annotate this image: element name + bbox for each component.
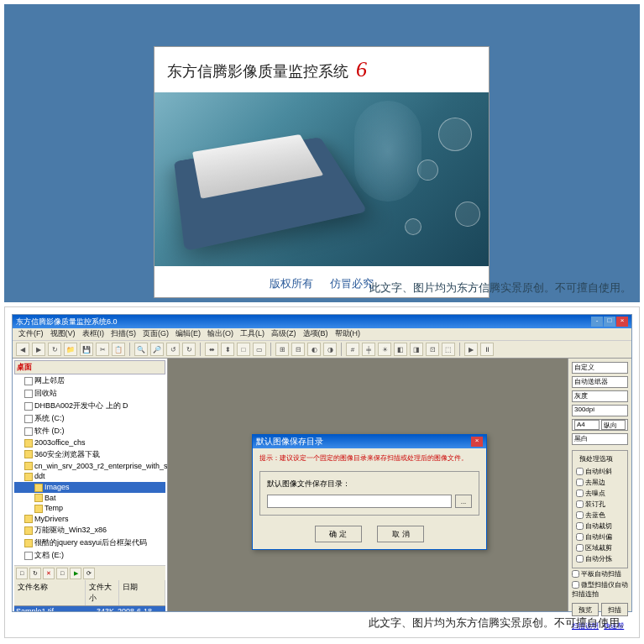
tree-node[interactable]: ddt [14,471,165,482]
preprocess-option[interactable]: 去蓝色 [576,510,624,521]
tool-icon[interactable]: ✕ [43,568,55,579]
tree-node[interactable]: 360安全浏览器下载 [14,448,165,461]
tree-toolbar: □ ↻ ✕ □ ▶ ⟳ [14,565,165,580]
col-size[interactable]: 文件大小 [86,580,119,605]
tree-node[interactable]: Bat [14,493,165,504]
preprocess-option[interactable]: 自动分拣 [576,553,624,564]
menu-item[interactable]: 视图(V) [48,328,78,340]
tool-icon[interactable]: ↻ [29,568,41,579]
titlebar[interactable]: 东方信腾影像质量监控系统6.0 - □ × [13,315,631,328]
toolbar-button[interactable]: ✂ [96,343,109,356]
toolbar-button[interactable]: ◀ [16,343,29,356]
tree-header: 桌面 [14,360,165,374]
toolbar-button[interactable]: ↺ [166,343,180,356]
toolbar-button[interactable]: 💾 [80,343,93,356]
menu-item[interactable]: 帮助(H) [332,328,364,340]
toolbar-button[interactable]: ⊞ [275,343,289,356]
color-select[interactable]: 灰度 [572,390,628,402]
tool-icon[interactable]: ▶ [70,568,81,579]
menu-item[interactable]: 工具(L) [238,328,267,340]
toolbar-button[interactable]: ↻ [182,343,196,356]
window-title: 东方信腾影像质量监控系统6.0 [16,317,118,327]
file-row[interactable]: Sample1.tif343K2008-6-18 [14,606,165,611]
close-button[interactable]: × [616,317,628,327]
cancel-button[interactable]: 取 消 [377,526,424,542]
toolbar-button[interactable]: ▶ [32,343,45,356]
tree-node[interactable]: cn_win_srv_2003_r2_enterprise_with_sp2 [14,461,165,472]
tree-node[interactable]: 网上邻居 [14,374,165,387]
toolbar-button[interactable]: ▭ [253,343,266,356]
tree-node[interactable]: 文档 (E:) [14,549,165,562]
tree-node[interactable]: 2003office_chs [14,437,165,448]
menu-item[interactable]: 输出(O) [205,328,236,340]
toolbar-button[interactable]: ◨ [410,343,423,356]
tree-node[interactable]: 很酷的jquery easyui后台框架代码 [14,537,165,549]
toolbar-button[interactable]: ⊟ [291,343,305,356]
toolbar-button[interactable]: 📁 [64,343,77,356]
toolbar-button[interactable]: ↻ [48,343,61,356]
directory-input[interactable] [267,495,452,508]
preview-button[interactable]: 预览 [572,603,599,616]
flatbed-auto-checkbox[interactable]: 平板自动扫描 [572,568,628,579]
toolbar-button[interactable]: ◧ [394,343,407,356]
dialog-close-button[interactable]: × [471,437,483,447]
toolbar-button[interactable]: ⬍ [221,343,234,356]
toolbar-button[interactable]: 🔎 [150,343,164,356]
scanner-select[interactable]: 自定义 [572,362,628,374]
source-select[interactable]: 自动送纸器 [572,376,628,388]
dialog-body: 默认图像文件保存目录： ... [259,471,479,516]
minimize-button[interactable]: - [591,317,603,327]
tree-node[interactable]: 万能驱动_Win32_x86 [14,524,165,537]
toolbar-button[interactable]: ⬌ [205,343,218,356]
dpi-select[interactable]: 300dpi [572,405,628,416]
preprocess-option[interactable]: 自动纠偏 [576,531,624,542]
menu-item[interactable]: 表框(I) [80,328,107,340]
mode-select[interactable]: 黑白 [572,433,628,445]
col-date[interactable]: 日期 [119,580,165,605]
menu-item[interactable]: 扫描(S) [108,328,139,340]
papersize-select[interactable]: A4 [574,420,599,430]
toolbar-button[interactable]: ▶ [464,343,478,356]
tool-icon[interactable]: ⟳ [83,568,95,579]
toolbar-button[interactable]: ◐ [307,343,321,356]
preprocess-option[interactable]: 区域裁剪 [576,542,624,553]
tree-node[interactable]: 软件 (D:) [14,425,165,437]
orientation-select[interactable]: 纵向 [601,420,626,430]
toolbar-button[interactable]: 🔍 [134,343,148,356]
tree-node[interactable]: DHBBA002开发中心 上的 D [14,400,165,412]
tool-icon[interactable]: □ [56,568,68,579]
preprocess-option[interactable]: 去噪点 [576,488,624,499]
toolbar-button[interactable]: 📋 [112,343,125,356]
preprocess-option[interactable]: 自动裁切 [576,521,624,531]
menu-item[interactable]: 文件(F) [16,328,46,340]
maximize-button[interactable]: □ [604,317,615,327]
toolbar-button[interactable]: ⊡ [426,343,439,356]
preprocess-option[interactable]: 去黑边 [576,477,624,488]
toolbar-button[interactable]: ╪ [362,343,375,356]
toolbar-button[interactable]: ⏸ [480,343,494,356]
tree-node[interactable]: 回收站 [14,387,165,400]
tree-node[interactable]: 系统 (C:) [14,412,165,425]
dialog-titlebar[interactable]: 默认图像保存目录 × [253,435,486,448]
tree-node[interactable]: MyDrivers [14,514,165,525]
toolbar-button[interactable]: # [346,343,359,356]
menu-item[interactable]: 编辑(E) [173,328,203,340]
menu-item[interactable]: 高级(Z) [269,328,299,340]
splash-dialog: 东方信腾影像质量监控系统 6 版权所有 仿冒必究 [154,46,490,298]
preprocess-option[interactable]: 装订孔 [576,499,624,510]
ok-button[interactable]: 确 定 [315,526,362,542]
browse-button[interactable]: ... [455,495,472,508]
mini-scanner-checkbox[interactable]: 微型扫描仪自动扫描连拍 [572,579,628,599]
toolbar-button[interactable]: ◑ [323,343,337,356]
menu-item[interactable]: 选项(B) [301,328,331,340]
col-name[interactable]: 文件名称 [14,580,86,605]
toolbar-button[interactable]: ☀ [378,343,391,356]
tree-node[interactable]: Temp [14,503,165,514]
toolbar-button[interactable]: □ [237,343,250,356]
preprocess-option[interactable]: 自动纠斜 [576,466,624,477]
menu-item[interactable]: 页面(G) [140,328,171,340]
tree-node[interactable]: Images [14,482,165,493]
toolbar-button[interactable]: ⬚ [442,343,455,356]
tool-icon[interactable]: □ [16,568,28,579]
scan-button[interactable]: 扫描 [601,603,628,616]
